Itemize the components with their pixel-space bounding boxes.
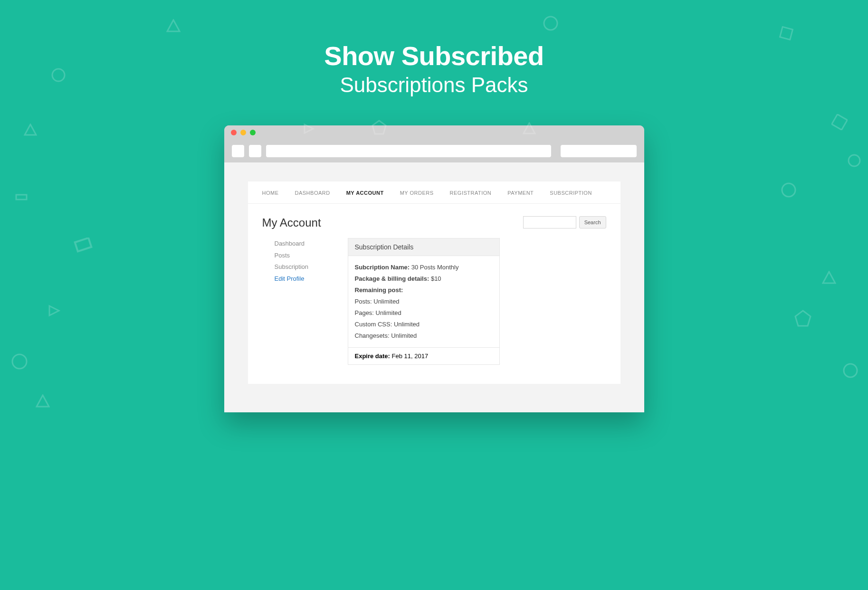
svg-point-13 (12, 354, 27, 369)
svg-marker-15 (37, 395, 49, 407)
window-titlebar (224, 125, 644, 140)
nav-my-orders[interactable]: MY ORDERS (400, 190, 434, 196)
browser-window: HOME DASHBOARD MY ACCOUNT MY ORDERS REGI… (224, 125, 644, 412)
row-expire-label: Expire date: (355, 352, 390, 360)
sidebar-item-posts[interactable]: Posts (275, 250, 329, 262)
nav-payment[interactable]: PAYMENT (507, 190, 534, 196)
row-changesets-label: Changesets: (355, 332, 390, 339)
page-card: HOME DASHBOARD MY ACCOUNT MY ORDERS REGI… (248, 181, 620, 384)
hero-title-block: Show Subscribed Subscriptions Packs (0, 0, 868, 97)
row-sub-name-value: 30 Posts Monthly (411, 264, 459, 271)
nav-registration[interactable]: REGISTRATION (450, 190, 492, 196)
row-css-value: Unlimited (394, 321, 420, 328)
nav-dashboard[interactable]: DASHBOARD (295, 190, 330, 196)
subscription-details-panel: Subscription Details Subcription Name: 3… (348, 238, 500, 365)
svg-marker-4 (25, 124, 36, 135)
panel-header: Subscription Details (348, 238, 499, 256)
nav-back-button[interactable] (232, 145, 244, 157)
page-content: My Account Search Dashboard Posts Subscr… (248, 204, 620, 384)
row-pages-value: Unlimited (376, 309, 401, 316)
row-posts-label: Posts: (355, 298, 372, 305)
page-viewport: HOME DASHBOARD MY ACCOUNT MY ORDERS REGI… (224, 162, 644, 412)
nav-subscription[interactable]: SUBSCRIPTION (550, 190, 592, 196)
sidebar-item-subscription[interactable]: Subscription (275, 261, 329, 273)
nav-forward-button[interactable] (249, 145, 261, 157)
search-box: Search (523, 216, 606, 228)
hero-title: Show Subscribed (0, 40, 868, 71)
row-changesets-value: Unlimited (391, 332, 417, 339)
row-billing-label: Package & billing details: (355, 275, 429, 282)
window-close-icon[interactable] (231, 130, 237, 135)
svg-rect-8 (75, 238, 92, 251)
svg-rect-7 (16, 195, 27, 200)
hero-subtitle: Subscriptions Packs (0, 73, 868, 97)
sidebar-item-dashboard[interactable]: Dashboard (275, 238, 329, 250)
window-maximize-icon[interactable] (250, 130, 256, 135)
row-billing-value: $10 (431, 275, 441, 282)
browser-toolbar (224, 140, 644, 162)
toolbar-search[interactable] (561, 145, 637, 157)
row-posts-value: Unlimited (373, 298, 399, 305)
row-pages-label: Pages: (355, 309, 374, 316)
nav-home[interactable]: HOME (262, 190, 279, 196)
svg-marker-11 (49, 306, 59, 315)
svg-point-9 (782, 183, 795, 197)
svg-marker-10 (823, 272, 835, 283)
window-minimize-icon[interactable] (240, 130, 246, 135)
svg-marker-12 (795, 311, 811, 326)
svg-rect-5 (832, 114, 848, 130)
nav-my-account[interactable]: MY ACCOUNT (346, 190, 384, 196)
panel-footer: Expire date: Feb 11, 2017 (348, 347, 499, 364)
row-sub-name-label: Subcription Name: (355, 264, 410, 271)
svg-point-6 (849, 155, 860, 166)
row-css-label: Custom CSS: (355, 321, 392, 328)
search-button[interactable]: Search (579, 216, 606, 228)
top-nav: HOME DASHBOARD MY ACCOUNT MY ORDERS REGI… (248, 181, 620, 204)
address-bar[interactable] (266, 145, 551, 157)
svg-point-14 (844, 364, 857, 377)
search-input[interactable] (523, 216, 576, 228)
row-remaining-label: Remaining post: (355, 286, 403, 294)
sidebar-item-edit-profile[interactable]: Edit Profile (275, 273, 329, 285)
panel-body: Subcription Name: 30 Posts Monthly Packa… (348, 256, 499, 347)
account-sidebar: Dashboard Posts Subscription Edit Profil… (262, 238, 329, 365)
row-expire-value: Feb 11, 2017 (392, 352, 429, 360)
